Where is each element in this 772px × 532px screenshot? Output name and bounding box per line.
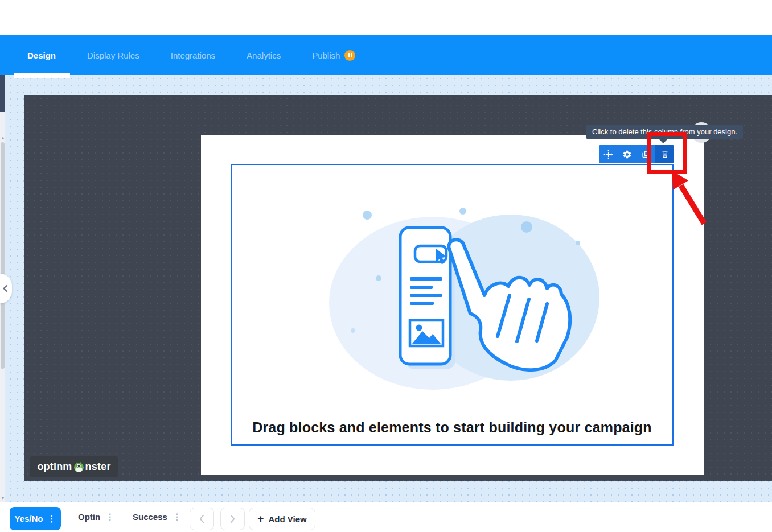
view-tab-success[interactable]: Success ⋮ [133, 502, 182, 532]
campaign-preview[interactable]: Drag blocks and elements to start buildi… [201, 135, 704, 475]
view-menu-dots-icon[interactable]: ⋮ [173, 513, 182, 522]
chevron-left-icon [199, 514, 205, 524]
view-tab-optin-label: Optin [78, 512, 100, 522]
next-view-button[interactable] [220, 508, 245, 530]
empty-canvas-headline: Drag blocks and elements to start buildi… [232, 419, 672, 436]
builder-top-nav: Design Display Rules Integrations Analyt… [0, 35, 772, 75]
tab-integrations[interactable]: Integrations [171, 51, 215, 60]
tab-design[interactable]: Design [27, 51, 56, 60]
annotation-arrow [655, 166, 712, 230]
chevron-left-icon [2, 284, 8, 292]
gear-icon [622, 150, 632, 159]
left-scrollbar-thumb[interactable] [1, 142, 5, 369]
add-view-button[interactable]: + Add View [249, 508, 315, 530]
scroll-up-arrow-icon[interactable]: ▲ [1, 136, 5, 141]
tab-publish[interactable]: Publish [312, 50, 355, 61]
tab-integrations-label: Integrations [171, 51, 215, 60]
move-icon [603, 150, 613, 159]
drag-drop-illustration [316, 189, 607, 401]
add-view-label: Add View [268, 514, 306, 524]
publish-paused-status-icon [344, 50, 355, 61]
tab-analytics-label: Analytics [247, 51, 281, 60]
footer-divider [186, 504, 186, 530]
optinmonster-logo-badge: optinm nster [30, 456, 118, 477]
view-menu-dots-icon[interactable]: ⋮ [47, 514, 56, 523]
plus-icon: + [257, 513, 264, 525]
active-tab-indicator [14, 73, 70, 78]
column-settings-button[interactable] [618, 145, 637, 163]
tab-analytics[interactable]: Analytics [247, 51, 281, 60]
logo-text-suffix: nster [85, 461, 111, 473]
selected-column-outline[interactable]: Drag blocks and elements to start buildi… [231, 164, 674, 446]
view-switcher-bar: Yes/No ⋮ Optin ⋮ Success ⋮ + Add View [0, 502, 772, 532]
view-tab-optin[interactable]: Optin ⋮ [78, 502, 114, 532]
tab-design-label: Design [27, 51, 56, 60]
view-tab-success-label: Success [133, 512, 167, 522]
tab-publish-label: Publish [312, 51, 340, 60]
move-column-button[interactable] [599, 145, 618, 163]
view-tab-yesno[interactable]: Yes/No ⋮ [10, 507, 61, 530]
left-sidebar-edge [0, 75, 5, 112]
view-tab-yesno-label: Yes/No [14, 514, 43, 523]
tab-display-rules[interactable]: Display Rules [87, 51, 139, 60]
optinmonster-mascot-icon [73, 461, 85, 473]
tab-display-rules-label: Display Rules [87, 51, 139, 60]
view-menu-dots-icon[interactable]: ⋮ [105, 513, 114, 522]
scroll-down-arrow-icon[interactable]: ▼ [1, 496, 5, 501]
chevron-right-icon [229, 514, 236, 524]
previous-view-button[interactable] [190, 508, 214, 530]
logo-text-prefix: optinm [37, 461, 72, 473]
